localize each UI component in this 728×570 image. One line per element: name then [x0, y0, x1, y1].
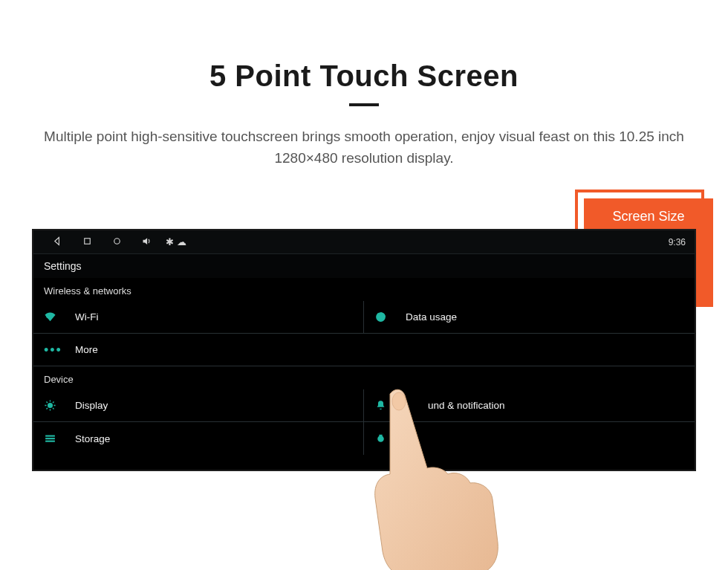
settings-item-label: Display — [75, 400, 108, 411]
svg-rect-8 — [379, 434, 382, 435]
title-underline — [349, 103, 379, 106]
status-bar-clock: 9:36 — [669, 237, 686, 247]
page-subtitle: Multiple point high-sensitive touchscree… — [26, 126, 702, 169]
volume-icon[interactable] — [131, 236, 161, 249]
svg-point-1 — [114, 238, 120, 244]
data-icon — [374, 311, 395, 323]
svg-rect-4 — [45, 435, 55, 436]
settings-item-display[interactable]: Display — [33, 389, 364, 422]
badge-label: Screen Size — [584, 209, 713, 224]
settings-item-more[interactable]: ••• More — [33, 334, 695, 366]
bell-icon — [374, 399, 395, 412]
settings-item-label: und & notification — [428, 400, 505, 411]
group-label-device: Device — [33, 366, 695, 389]
home-icon[interactable] — [102, 236, 131, 249]
wifi-icon — [44, 311, 65, 323]
settings-item-label: Data usage — [406, 311, 457, 323]
app-title: Settings — [33, 254, 695, 278]
storage-icon — [44, 433, 65, 445]
settings-item-storage[interactable]: Storage — [33, 422, 364, 455]
notification-icon[interactable]: ✱ ☁ — [161, 236, 191, 247]
svg-rect-5 — [45, 438, 55, 439]
page-title: 5 Point Touch Screen — [0, 59, 728, 93]
svg-point-3 — [48, 404, 53, 408]
android-icon — [374, 433, 395, 445]
svg-rect-0 — [84, 238, 90, 244]
android-navbar: ✱ ☁ 9:36 — [33, 230, 695, 254]
svg-rect-6 — [45, 440, 55, 441]
device-screen: ✱ ☁ 9:36 Settings Wireless & networks Wi… — [32, 229, 696, 471]
settings-item-label: Wi-Fi — [75, 311, 98, 323]
settings-item-wifi[interactable]: Wi-Fi — [33, 301, 364, 334]
group-label-wireless: Wireless & networks — [33, 278, 695, 301]
settings-item-label: More — [75, 344, 98, 355]
back-icon[interactable] — [42, 236, 72, 249]
settings-item-data-usage[interactable]: Data usage — [364, 301, 695, 334]
settings-item-sound[interactable]: und & notification — [364, 389, 695, 422]
recent-icon[interactable] — [72, 236, 102, 249]
settings-item-label: Storage — [75, 433, 110, 444]
display-icon — [44, 399, 65, 412]
settings-item-apps[interactable] — [364, 422, 695, 455]
svg-point-7 — [377, 435, 384, 442]
